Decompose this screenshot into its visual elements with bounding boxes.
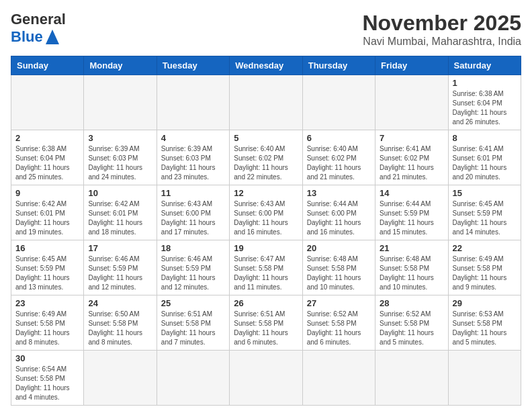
calendar-cell: 3Sunrise: 6:39 AM Sunset: 6:03 PM Daylig…: [84, 130, 157, 185]
day-number: 9: [15, 188, 79, 198]
calendar-cell: 8Sunrise: 6:41 AM Sunset: 6:01 PM Daylig…: [448, 130, 521, 185]
calendar-cell: 21Sunrise: 6:48 AM Sunset: 5:58 PM Dayli…: [375, 240, 448, 295]
day-info: Sunrise: 6:52 AM Sunset: 5:58 PM Dayligh…: [380, 310, 443, 347]
day-info: Sunrise: 6:43 AM Sunset: 6:00 PM Dayligh…: [234, 199, 298, 237]
month-title: November 2025: [362, 11, 521, 36]
calendar-cell: [84, 351, 157, 406]
day-info: Sunrise: 6:41 AM Sunset: 6:01 PM Dayligh…: [453, 144, 517, 182]
day-info: Sunrise: 6:45 AM Sunset: 5:59 PM Dayligh…: [453, 199, 517, 237]
day-info: Sunrise: 6:39 AM Sunset: 6:03 PM Dayligh…: [161, 144, 225, 182]
weekday-header-tuesday: Tuesday: [157, 56, 229, 75]
calendar-cell: 6Sunrise: 6:40 AM Sunset: 6:02 PM Daylig…: [302, 130, 375, 185]
day-info: Sunrise: 6:38 AM Sunset: 6:04 PM Dayligh…: [453, 89, 517, 127]
page-header: General Blue November 2025 Navi Mumbai, …: [11, 11, 521, 48]
weekday-header-sunday: Sunday: [11, 56, 84, 75]
calendar-cell: 15Sunrise: 6:45 AM Sunset: 5:59 PM Dayli…: [448, 185, 521, 240]
day-info: Sunrise: 6:51 AM Sunset: 5:58 PM Dayligh…: [234, 310, 298, 347]
day-info: Sunrise: 6:53 AM Sunset: 5:58 PM Dayligh…: [453, 310, 517, 347]
calendar-week-row: 9Sunrise: 6:42 AM Sunset: 6:01 PM Daylig…: [11, 185, 521, 240]
calendar-cell: 13Sunrise: 6:44 AM Sunset: 6:00 PM Dayli…: [302, 185, 375, 240]
day-number: 12: [234, 188, 298, 198]
day-info: Sunrise: 6:45 AM Sunset: 5:59 PM Dayligh…: [15, 255, 79, 292]
day-number: 2: [15, 133, 79, 143]
calendar-cell: 14Sunrise: 6:44 AM Sunset: 5:59 PM Dayli…: [375, 185, 448, 240]
day-number: 10: [88, 188, 152, 198]
day-number: 23: [15, 298, 79, 308]
calendar-cell: 17Sunrise: 6:46 AM Sunset: 5:59 PM Dayli…: [84, 240, 157, 295]
day-number: 3: [88, 133, 152, 143]
calendar-cell: 18Sunrise: 6:46 AM Sunset: 5:59 PM Dayli…: [157, 240, 229, 295]
weekday-header-thursday: Thursday: [302, 56, 375, 75]
day-number: 8: [453, 133, 517, 143]
day-number: 19: [234, 243, 298, 253]
weekday-header-saturday: Saturday: [448, 56, 521, 75]
day-info: Sunrise: 6:50 AM Sunset: 5:58 PM Dayligh…: [88, 310, 152, 347]
calendar-cell: 9Sunrise: 6:42 AM Sunset: 6:01 PM Daylig…: [11, 185, 84, 240]
day-info: Sunrise: 6:54 AM Sunset: 5:58 PM Dayligh…: [15, 365, 79, 402]
calendar-cell: 4Sunrise: 6:39 AM Sunset: 6:03 PM Daylig…: [157, 130, 229, 185]
calendar-week-row: 2Sunrise: 6:38 AM Sunset: 6:04 PM Daylig…: [11, 130, 521, 185]
day-info: Sunrise: 6:43 AM Sunset: 6:00 PM Dayligh…: [161, 199, 225, 237]
day-number: 17: [88, 243, 152, 253]
day-number: 7: [380, 133, 443, 143]
day-number: 27: [307, 298, 371, 308]
day-info: Sunrise: 6:39 AM Sunset: 6:03 PM Dayligh…: [88, 144, 152, 182]
day-info: Sunrise: 6:38 AM Sunset: 6:04 PM Dayligh…: [15, 144, 79, 182]
logo-blue-text: Blue: [11, 28, 43, 46]
calendar-cell: 20Sunrise: 6:48 AM Sunset: 5:58 PM Dayli…: [302, 240, 375, 295]
calendar-cell: 30Sunrise: 6:54 AM Sunset: 5:58 PM Dayli…: [11, 351, 84, 406]
calendar-cell: 28Sunrise: 6:52 AM Sunset: 5:58 PM Dayli…: [375, 295, 448, 351]
calendar-table: SundayMondayTuesdayWednesdayThursdayFrid…: [11, 56, 521, 406]
calendar-cell: 26Sunrise: 6:51 AM Sunset: 5:58 PM Dayli…: [230, 295, 302, 351]
calendar-cell: 1Sunrise: 6:38 AM Sunset: 6:04 PM Daylig…: [448, 75, 521, 130]
calendar-cell: [11, 75, 84, 130]
day-info: Sunrise: 6:47 AM Sunset: 5:58 PM Dayligh…: [234, 255, 298, 292]
day-info: Sunrise: 6:46 AM Sunset: 5:59 PM Dayligh…: [88, 255, 152, 292]
day-number: 24: [88, 298, 152, 308]
day-info: Sunrise: 6:44 AM Sunset: 5:59 PM Dayligh…: [380, 199, 443, 237]
day-info: Sunrise: 6:40 AM Sunset: 6:02 PM Dayligh…: [307, 144, 371, 182]
day-info: Sunrise: 6:49 AM Sunset: 5:58 PM Dayligh…: [453, 255, 517, 292]
calendar-cell: 11Sunrise: 6:43 AM Sunset: 6:00 PM Dayli…: [157, 185, 229, 240]
calendar-cell: 12Sunrise: 6:43 AM Sunset: 6:00 PM Dayli…: [230, 185, 302, 240]
day-info: Sunrise: 6:42 AM Sunset: 6:01 PM Dayligh…: [88, 199, 152, 237]
day-number: 26: [234, 298, 298, 308]
day-number: 4: [161, 133, 225, 143]
logo: General Blue: [11, 11, 66, 46]
calendar-cell: [302, 351, 375, 406]
calendar-cell: 7Sunrise: 6:41 AM Sunset: 6:02 PM Daylig…: [375, 130, 448, 185]
logo-triangle-icon: [46, 30, 59, 44]
day-info: Sunrise: 6:48 AM Sunset: 5:58 PM Dayligh…: [380, 255, 443, 292]
weekday-header-row: SundayMondayTuesdayWednesdayThursdayFrid…: [11, 56, 521, 75]
calendar-cell: [230, 75, 302, 130]
day-info: Sunrise: 6:42 AM Sunset: 6:01 PM Dayligh…: [15, 199, 79, 237]
day-info: Sunrise: 6:49 AM Sunset: 5:58 PM Dayligh…: [15, 310, 79, 347]
day-info: Sunrise: 6:40 AM Sunset: 6:02 PM Dayligh…: [234, 144, 298, 182]
weekday-header-friday: Friday: [375, 56, 448, 75]
calendar-cell: 23Sunrise: 6:49 AM Sunset: 5:58 PM Dayli…: [11, 295, 84, 351]
day-info: Sunrise: 6:48 AM Sunset: 5:58 PM Dayligh…: [307, 255, 371, 292]
calendar-cell: 2Sunrise: 6:38 AM Sunset: 6:04 PM Daylig…: [11, 130, 84, 185]
day-number: 21: [380, 243, 443, 253]
day-number: 22: [453, 243, 517, 253]
title-section: November 2025 Navi Mumbai, Maharashtra, …: [362, 11, 521, 48]
day-info: Sunrise: 6:44 AM Sunset: 6:00 PM Dayligh…: [307, 199, 371, 237]
calendar-cell: 16Sunrise: 6:45 AM Sunset: 5:59 PM Dayli…: [11, 240, 84, 295]
svg-marker-0: [46, 30, 59, 44]
logo-general: General: [11, 11, 66, 28]
calendar-cell: 5Sunrise: 6:40 AM Sunset: 6:02 PM Daylig…: [230, 130, 302, 185]
day-number: 5: [234, 133, 298, 143]
weekday-header-wednesday: Wednesday: [230, 56, 302, 75]
calendar-week-row: 23Sunrise: 6:49 AM Sunset: 5:58 PM Dayli…: [11, 295, 521, 351]
day-number: 30: [15, 353, 79, 363]
day-number: 14: [380, 188, 443, 198]
day-info: Sunrise: 6:46 AM Sunset: 5:59 PM Dayligh…: [161, 255, 225, 292]
day-number: 25: [161, 298, 225, 308]
calendar-cell: [157, 351, 229, 406]
day-number: 28: [380, 298, 443, 308]
location-subtitle: Navi Mumbai, Maharashtra, India: [362, 36, 521, 48]
day-number: 11: [161, 188, 225, 198]
calendar-cell: [157, 75, 229, 130]
calendar-cell: [448, 351, 521, 406]
calendar-cell: 25Sunrise: 6:51 AM Sunset: 5:58 PM Dayli…: [157, 295, 229, 351]
